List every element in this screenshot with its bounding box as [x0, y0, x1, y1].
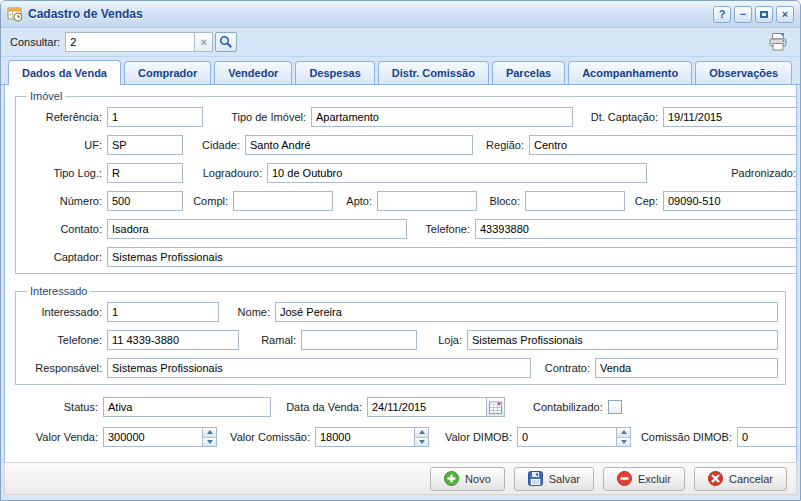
bloco-input[interactable]: [525, 191, 625, 211]
tab-acompanhamento[interactable]: Acompanhamento: [568, 61, 692, 84]
data-venda-field: [367, 397, 505, 417]
title-bar: Cadastro de Vendas ? − ×: [1, 1, 800, 28]
window-title: Cadastro de Vendas: [28, 7, 713, 21]
valor-dimob-input[interactable]: [517, 427, 616, 447]
cep-input[interactable]: [663, 191, 797, 211]
valor-comissao-label: Valor Comissão:: [217, 431, 315, 443]
compl-label: Compl:: [183, 195, 233, 207]
clear-search-icon[interactable]: ×: [195, 32, 213, 52]
imovel-row-5: Contato: Telefone:: [23, 218, 797, 240]
tab-dados-da-venda[interactable]: Dados da Venda: [8, 60, 121, 85]
interessado-row-1: Interessado: Nome:: [23, 301, 778, 323]
responsavel-input[interactable]: [107, 358, 531, 378]
valor-venda-input[interactable]: [103, 427, 202, 447]
ramal-label: Ramal:: [239, 334, 301, 346]
spin-up-icon[interactable]: [617, 428, 630, 437]
help-button[interactable]: ?: [713, 6, 731, 23]
referencia-input[interactable]: [107, 107, 203, 127]
tab-observacoes[interactable]: Observações: [695, 61, 792, 84]
loja-label: Loja:: [417, 334, 467, 346]
tipo-imovel-label: Tipo de Imóvel:: [203, 111, 311, 123]
window-icon: [7, 6, 23, 22]
logradouro-input[interactable]: [267, 163, 647, 183]
contabilizado-checkbox[interactable]: [608, 400, 622, 414]
spin-up-icon[interactable]: [203, 428, 216, 437]
spin-down-icon[interactable]: [203, 437, 216, 447]
excluir-button[interactable]: Excluir: [603, 467, 685, 491]
printer-icon: [768, 33, 788, 51]
valor-comissao-input[interactable]: [315, 427, 414, 447]
minimize-button[interactable]: −: [734, 6, 752, 23]
apto-label: Apto:: [333, 195, 377, 207]
cidade-label: Cidade:: [183, 139, 245, 151]
spin-down-icon[interactable]: [415, 437, 428, 447]
contrato-input[interactable]: [595, 358, 778, 378]
imovel-row-2: UF: Cidade: Região:: [23, 134, 797, 156]
print-button[interactable]: [765, 31, 791, 53]
interessado-input[interactable]: [107, 302, 219, 322]
interessado-telefone-input[interactable]: [107, 330, 239, 350]
comissao-dimob-input[interactable]: [737, 427, 797, 447]
tab-distr-comissao[interactable]: Distr. Comissão: [378, 61, 489, 84]
status-input[interactable]: [103, 397, 271, 417]
cidade-input[interactable]: [245, 135, 473, 155]
valor-dimob-label: Valor DIMOB:: [429, 431, 517, 443]
contato-label: Contato:: [23, 223, 107, 235]
spin-up-icon[interactable]: [415, 428, 428, 437]
valor-venda-arrows: [202, 427, 217, 447]
close-button[interactable]: ×: [776, 6, 794, 23]
comissao-dimob-spinner: [737, 427, 797, 447]
numero-input[interactable]: [107, 191, 183, 211]
tab-parcelas[interactable]: Parcelas: [492, 61, 565, 84]
dt-captacao-input[interactable]: [663, 107, 797, 127]
cancelar-button[interactable]: Cancelar: [694, 467, 787, 491]
salvar-button[interactable]: Salvar: [514, 467, 594, 491]
calendar-icon[interactable]: [486, 397, 505, 417]
tab-despesas[interactable]: Despesas: [295, 61, 374, 84]
dt-captacao-label: Dt. Captação:: [573, 111, 663, 123]
maximize-button[interactable]: [755, 6, 773, 23]
novo-button[interactable]: Novo: [430, 467, 505, 491]
regiao-label: Região:: [473, 139, 529, 151]
excluir-label: Excluir: [638, 473, 671, 485]
valor-dimob-spinner: [517, 427, 631, 447]
minus-circle-icon: [617, 471, 632, 486]
plus-circle-icon: [444, 471, 459, 486]
captador-input[interactable]: [107, 247, 797, 267]
imovel-row-4: Número: Compl: Apto: Bloco: Cep:: [23, 190, 797, 212]
imovel-telefone-input[interactable]: [475, 219, 797, 239]
dados-da-venda-panel: Imóvel Referência: Tipo de Imóvel: Dt. C…: [4, 85, 797, 462]
novo-label: Novo: [465, 473, 491, 485]
ramal-input[interactable]: [301, 330, 417, 350]
tab-comprador[interactable]: Comprador: [124, 61, 211, 84]
toolbar: Consultar: ×: [1, 28, 800, 57]
uf-input[interactable]: [107, 135, 183, 155]
interessado-legend: Interessado: [27, 285, 90, 297]
spin-down-icon[interactable]: [617, 437, 630, 447]
tipo-log-input[interactable]: [107, 163, 183, 183]
padronizado-label: Padronizado:: [647, 167, 797, 179]
regiao-input[interactable]: [529, 135, 797, 155]
numero-label: Número:: [23, 195, 107, 207]
interessado-telefone-label: Telefone:: [23, 334, 107, 346]
cep-label: Cep:: [625, 195, 663, 207]
loja-input[interactable]: [467, 330, 778, 350]
tipo-imovel-input[interactable]: [311, 107, 573, 127]
tab-vendedor[interactable]: Vendedor: [214, 61, 292, 84]
imovel-telefone-label: Telefone:: [407, 223, 475, 235]
compl-input[interactable]: [233, 191, 333, 211]
search-icon: [219, 35, 233, 49]
salvar-label: Salvar: [549, 473, 580, 485]
cadastro-de-vendas-window: Cadastro de Vendas ? − × Consultar: ×: [0, 0, 801, 501]
maximize-icon: [760, 11, 768, 18]
data-venda-input[interactable]: [367, 397, 486, 417]
window-controls: ? − ×: [713, 6, 794, 23]
consultar-input[interactable]: [65, 32, 195, 52]
footer-bar: Novo Salvar Excl: [4, 462, 797, 495]
nome-input[interactable]: [275, 302, 778, 322]
contato-input[interactable]: [107, 219, 407, 239]
apto-input[interactable]: [377, 191, 477, 211]
search-button[interactable]: [215, 32, 237, 52]
data-venda-label: Data da Venda:: [271, 401, 367, 413]
interessado-fieldset: Interessado Interessado: Nome: Telefone:…: [15, 285, 786, 385]
